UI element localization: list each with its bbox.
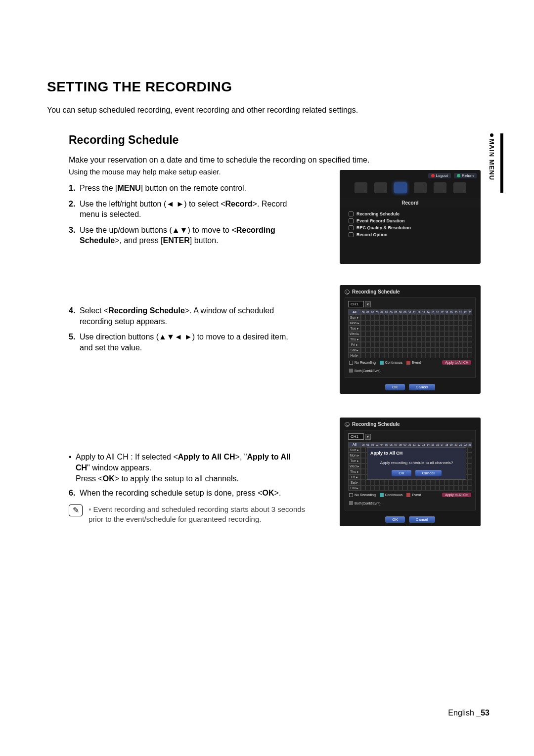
schedule-cell[interactable] <box>468 458 472 463</box>
schedule-cell[interactable] <box>454 320 458 326</box>
schedule-cell[interactable] <box>426 347 430 353</box>
menu-item[interactable]: Recording Schedule <box>349 210 472 217</box>
schedule-cell[interactable] <box>361 347 365 353</box>
schedule-cell[interactable] <box>407 342 412 347</box>
schedule-cell[interactable] <box>421 353 426 358</box>
schedule-cell[interactable] <box>384 342 389 347</box>
schedule-cell[interactable] <box>458 485 463 491</box>
schedule-cell[interactable] <box>458 347 463 353</box>
schedule-cell[interactable] <box>440 347 444 353</box>
schedule-cell[interactable] <box>463 485 467 491</box>
schedule-cell[interactable] <box>380 353 384 358</box>
schedule-cell[interactable] <box>454 347 458 353</box>
all-cell[interactable]: All <box>348 309 361 315</box>
schedule-cell[interactable] <box>412 353 416 358</box>
schedule-cell[interactable] <box>375 336 379 342</box>
schedule-cell[interactable] <box>361 320 365 326</box>
schedule-cell[interactable] <box>426 342 430 347</box>
schedule-cell[interactable] <box>394 336 398 342</box>
schedule-cell[interactable] <box>445 336 449 342</box>
schedule-cell[interactable] <box>421 336 426 342</box>
day-cell[interactable]: Fri ▸ <box>348 474 361 480</box>
schedule-cell[interactable] <box>449 485 453 491</box>
schedule-cell[interactable] <box>384 353 389 358</box>
schedule-cell[interactable] <box>431 326 435 331</box>
schedule-cell[interactable] <box>361 447 365 453</box>
schedule-cell[interactable] <box>389 336 393 342</box>
schedule-cell[interactable] <box>431 347 435 353</box>
schedule-cell[interactable] <box>361 463 365 469</box>
menu-icon[interactable] <box>453 182 466 193</box>
schedule-cell[interactable] <box>463 342 467 347</box>
schedule-cell[interactable] <box>445 331 449 336</box>
menu-item[interactable]: Event Record Duration <box>349 217 472 224</box>
schedule-cell[interactable] <box>361 480 365 485</box>
schedule-cell[interactable] <box>468 315 472 320</box>
schedule-cell[interactable] <box>370 485 375 491</box>
modal-ok-button[interactable]: OK <box>392 470 411 476</box>
schedule-cell[interactable] <box>468 485 472 491</box>
schedule-cell[interactable] <box>389 315 393 320</box>
schedule-cell[interactable] <box>468 453 472 458</box>
schedule-cell[interactable] <box>370 331 375 336</box>
schedule-cell[interactable] <box>435 331 440 336</box>
schedule-cell[interactable] <box>384 485 389 491</box>
schedule-cell[interactable] <box>421 331 426 336</box>
schedule-cell[interactable] <box>412 485 416 491</box>
schedule-cell[interactable] <box>454 336 458 342</box>
schedule-cell[interactable] <box>468 326 472 331</box>
schedule-cell[interactable] <box>361 342 365 347</box>
schedule-cell[interactable] <box>407 485 412 491</box>
schedule-cell[interactable] <box>445 320 449 326</box>
menu-item[interactable]: Record Option <box>349 231 472 238</box>
schedule-cell[interactable] <box>402 331 407 336</box>
schedule-cell[interactable] <box>407 336 412 342</box>
schedule-cell[interactable] <box>402 347 407 353</box>
day-cell[interactable]: Thu ▸ <box>348 336 361 342</box>
channel-dropdown-button[interactable]: ▼ <box>365 434 371 440</box>
schedule-cell[interactable] <box>440 326 444 331</box>
schedule-cell[interactable] <box>402 480 407 485</box>
schedule-cell[interactable] <box>389 320 393 326</box>
schedule-cell[interactable] <box>398 347 402 353</box>
channel-dropdown-button[interactable]: ▼ <box>365 301 371 307</box>
schedule-cell[interactable] <box>449 331 453 336</box>
schedule-cell[interactable] <box>398 315 402 320</box>
schedule-cell[interactable] <box>361 474 365 480</box>
channel-select[interactable]: CH1 <box>348 433 364 440</box>
schedule-cell[interactable] <box>380 315 384 320</box>
schedule-cell[interactable] <box>421 320 426 326</box>
schedule-cell[interactable] <box>361 331 365 336</box>
schedule-cell[interactable] <box>407 347 412 353</box>
schedule-cell[interactable] <box>445 315 449 320</box>
schedule-cell[interactable] <box>426 326 430 331</box>
schedule-cell[interactable] <box>365 342 370 347</box>
schedule-cell[interactable] <box>454 326 458 331</box>
cancel-button[interactable]: Cancel <box>409 384 435 390</box>
schedule-cell[interactable] <box>402 353 407 358</box>
schedule-cell[interactable] <box>463 320 467 326</box>
schedule-cell[interactable] <box>361 353 365 358</box>
schedule-cell[interactable] <box>394 331 398 336</box>
schedule-cell[interactable] <box>431 315 435 320</box>
schedule-cell[interactable] <box>417 485 421 491</box>
schedule-cell[interactable] <box>375 315 379 320</box>
schedule-cell[interactable] <box>394 342 398 347</box>
schedule-cell[interactable] <box>370 347 375 353</box>
schedule-cell[interactable] <box>407 315 412 320</box>
modal-cancel-button[interactable]: Cancel <box>415 470 442 476</box>
schedule-cell[interactable] <box>394 485 398 491</box>
schedule-cell[interactable] <box>365 336 370 342</box>
schedule-cell[interactable] <box>435 336 440 342</box>
schedule-cell[interactable] <box>398 320 402 326</box>
schedule-cell[interactable] <box>458 342 463 347</box>
schedule-cell[interactable] <box>454 485 458 491</box>
schedule-cell[interactable] <box>463 480 467 485</box>
schedule-cell[interactable] <box>426 485 430 491</box>
schedule-cell[interactable] <box>463 326 467 331</box>
day-cell[interactable]: Mon ▸ <box>348 320 361 326</box>
day-cell[interactable]: Wed ▸ <box>348 463 361 469</box>
schedule-cell[interactable] <box>380 347 384 353</box>
schedule-cell[interactable] <box>440 320 444 326</box>
schedule-cell[interactable] <box>435 480 440 485</box>
